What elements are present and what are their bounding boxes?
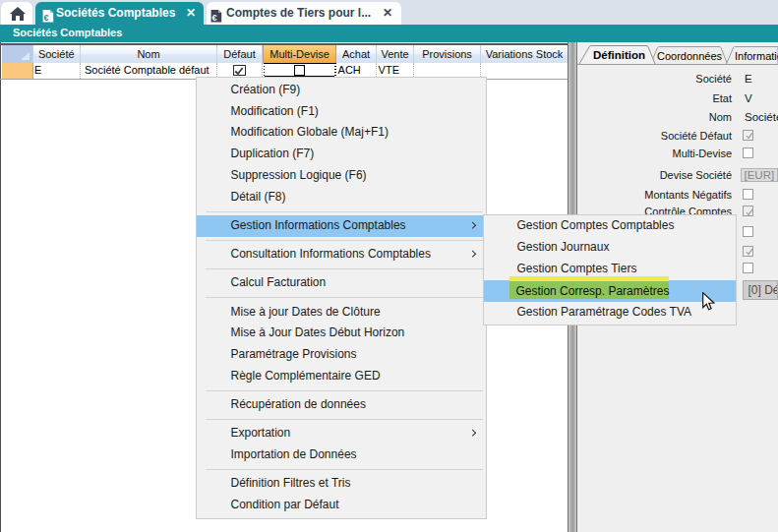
svg-text:Coordonnées: Coordonnées — [657, 50, 723, 62]
svg-text:Définition: Définition — [593, 49, 645, 61]
svg-text:€: € — [211, 12, 216, 22]
svg-text:€: € — [43, 12, 48, 22]
svg-text:Information: Information — [735, 50, 778, 62]
